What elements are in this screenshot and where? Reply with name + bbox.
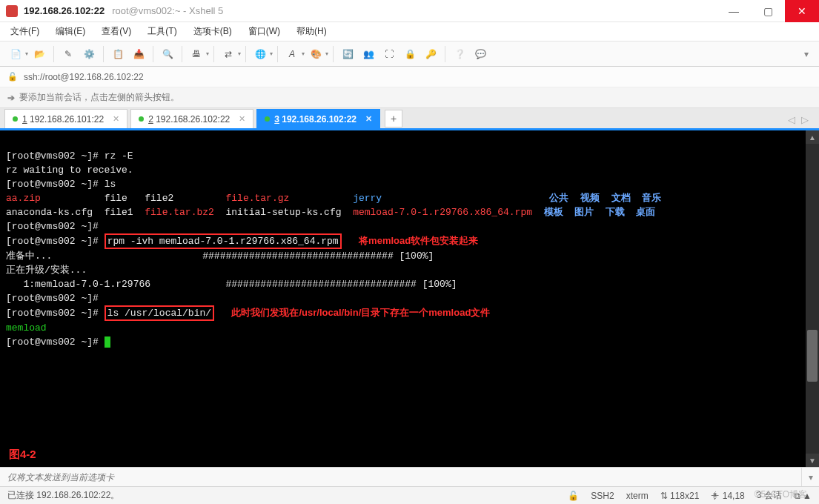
- term-line: aa.zip file file2 file.tar.gz jerry 公共 视…: [6, 193, 661, 204]
- status-lock-icon: 🔓: [568, 491, 579, 501]
- term-line: anaconda-ks.cfg file1 file.tar.bz2 initi…: [6, 207, 655, 218]
- term-line: [root@vms002 ~]# ls /usr/local/bin/ 此时我们…: [6, 308, 490, 319]
- title-bar: 192.168.26.102:22 root@vms002:~ - Xshell…: [0, 0, 819, 22]
- close-button[interactable]: ✕: [785, 0, 819, 22]
- term-line: 准备中... #################################…: [6, 251, 434, 262]
- window-controls: — ▢ ✕: [717, 0, 819, 22]
- figure-label: 图4-2: [9, 447, 36, 461]
- address-lock-icon: 🔓: [7, 72, 18, 82]
- terminal[interactable]: [root@vms002 ~]# rz -E rz waiting to rec…: [0, 130, 806, 467]
- find-icon[interactable]: 🔍: [158, 45, 177, 63]
- term-line: [root@vms002 ~]#: [6, 293, 105, 304]
- lock-icon[interactable]: 🔒: [400, 45, 420, 63]
- new-session-icon[interactable]: 📄: [6, 45, 25, 63]
- annotation-1: 将memload软件包安装起来: [359, 235, 478, 246]
- font-icon[interactable]: A: [282, 45, 302, 63]
- fullscreen-icon[interactable]: ⛶: [379, 45, 399, 63]
- hint-arrow-icon[interactable]: ➔: [7, 93, 15, 103]
- help-icon[interactable]: ❔: [450, 45, 469, 63]
- highlight-rpm-cmd: rpm -ivh memload-7.0-1.r29766.x86_64.rpm: [105, 233, 342, 249]
- menu-bar: 文件(F) 编辑(E) 查看(V) 工具(T) 选项卡(B) 窗口(W) 帮助(…: [0, 22, 819, 42]
- transfer-icon[interactable]: ⇄: [219, 45, 238, 63]
- open-folder-icon[interactable]: 📂: [30, 45, 49, 63]
- terminal-area: [root@vms002 ~]# rz -E rz waiting to rec…: [0, 130, 819, 467]
- tab-add-button[interactable]: +: [385, 110, 402, 127]
- term-line: rz waiting to receive.: [6, 165, 133, 176]
- status-termtype: xterm: [626, 491, 649, 501]
- tab-1[interactable]: 1 192.168.26.101:22 ✕: [4, 109, 127, 128]
- status-dot-icon: [265, 116, 270, 122]
- tab-close-icon[interactable]: ✕: [113, 114, 119, 124]
- compose-icon[interactable]: ✎: [59, 45, 78, 63]
- address-url[interactable]: ssh://root@192.168.26.102:22: [24, 72, 144, 82]
- term-line: memload: [6, 322, 47, 334]
- scroll-track[interactable]: [806, 144, 819, 454]
- highlight-ls-cmd: ls /usr/local/bin/: [105, 305, 214, 321]
- window-title-main: 192.168.26.102:22: [24, 5, 105, 16]
- status-size: ⇅ 118x21: [660, 491, 700, 501]
- terminal-scrollbar[interactable]: ▲ ▼: [806, 130, 819, 467]
- send-dropdown-icon[interactable]: ▾: [801, 468, 819, 486]
- tab-strip: 1 192.168.26.101:22 ✕ 2 192.168.26.102:2…: [0, 108, 819, 130]
- term-line: [root@vms002 ~]# ls: [6, 179, 116, 190]
- send-bar: ▾: [0, 467, 819, 486]
- tab-close-icon[interactable]: ✕: [365, 114, 372, 124]
- status-bar: 已连接 192.168.26.102:22。 🔓 SSH2 xterm ⇅ 11…: [0, 486, 819, 504]
- maximize-button[interactable]: ▢: [751, 0, 785, 22]
- address-bar: 🔓 ssh://root@192.168.26.102:22: [0, 67, 819, 87]
- term-line: [root@vms002 ~]# rz -E: [6, 150, 133, 162]
- send-input[interactable]: [0, 472, 801, 483]
- term-line: 正在升级/安装...: [6, 265, 87, 276]
- status-net-icon: ⧉ ▲: [794, 491, 812, 501]
- status-dot-icon: [139, 116, 144, 122]
- term-line: 1:memload-7.0-1.r29766 #################…: [6, 279, 457, 290]
- tab-3-active[interactable]: 3 192.168.26.102:22 ✕: [256, 109, 380, 128]
- menu-file[interactable]: 文件(F): [7, 24, 42, 39]
- globe-icon[interactable]: 🌐: [251, 45, 270, 63]
- palette-icon[interactable]: 🎨: [306, 45, 325, 63]
- menu-help[interactable]: 帮助(H): [294, 24, 330, 39]
- status-dot-icon: [13, 116, 18, 122]
- hint-bar: ➔ 要添加当前会话，点击左侧的箭头按钮。: [0, 87, 819, 108]
- scroll-up-icon[interactable]: ▲: [806, 130, 819, 144]
- tab-nav-arrows[interactable]: ◁ ▷: [788, 114, 815, 128]
- menu-view[interactable]: 查看(V): [99, 24, 134, 39]
- term-line: [root@vms002 ~]#: [6, 221, 105, 232]
- hint-text: 要添加当前会话，点击左侧的箭头按钮。: [19, 91, 179, 104]
- keys-icon[interactable]: 🔑: [421, 45, 440, 63]
- app-icon: [6, 5, 18, 17]
- status-cursor: ⸎ 14,18: [711, 491, 744, 501]
- window-title-sub: root@vms002:~ - Xshell 5: [112, 5, 223, 16]
- menu-tabs[interactable]: 选项卡(B): [190, 24, 235, 39]
- tab-close-icon[interactable]: ✕: [239, 114, 245, 124]
- term-line: [root@vms002 ~]# rpm -ivh memload-7.0-1.…: [6, 236, 478, 247]
- chat-icon[interactable]: 💬: [471, 45, 490, 63]
- status-sessions: 3 会话: [757, 489, 782, 502]
- paste-icon[interactable]: 📥: [129, 45, 148, 63]
- properties-icon[interactable]: ⚙️: [79, 45, 99, 63]
- toolbar: 📄▾ 📂 ✎ ⚙️ 📋 📥 🔍 🖶▾ ⇄▾ 🌐▾ A▾ 🎨▾ 🔄 👥 ⛶ 🔒 🔑…: [0, 42, 819, 67]
- status-connection: 已连接 192.168.26.102:22。: [7, 489, 119, 502]
- menu-window[interactable]: 窗口(W): [245, 24, 283, 39]
- scroll-down-icon[interactable]: ▼: [806, 454, 819, 467]
- menu-tools[interactable]: 工具(T): [145, 24, 179, 39]
- annotation-2: 此时我们发现在/usr/local/bin/目录下存在一个memload文件: [231, 307, 490, 318]
- users-icon[interactable]: 👥: [359, 45, 378, 63]
- sync-icon[interactable]: 🔄: [338, 45, 357, 63]
- copy-icon[interactable]: 📋: [108, 45, 127, 63]
- tab-2[interactable]: 2 192.168.26.102:22 ✕: [130, 109, 253, 128]
- cursor: [105, 336, 110, 348]
- minimize-button[interactable]: —: [717, 0, 751, 22]
- scroll-thumb[interactable]: [807, 330, 818, 382]
- menu-edit[interactable]: 编辑(E): [53, 24, 88, 39]
- term-line: [root@vms002 ~]#: [6, 336, 110, 348]
- print-icon[interactable]: 🖶: [187, 45, 206, 63]
- toolbar-overflow-icon[interactable]: ▾: [800, 49, 813, 59]
- status-proto: SSH2: [591, 491, 614, 501]
